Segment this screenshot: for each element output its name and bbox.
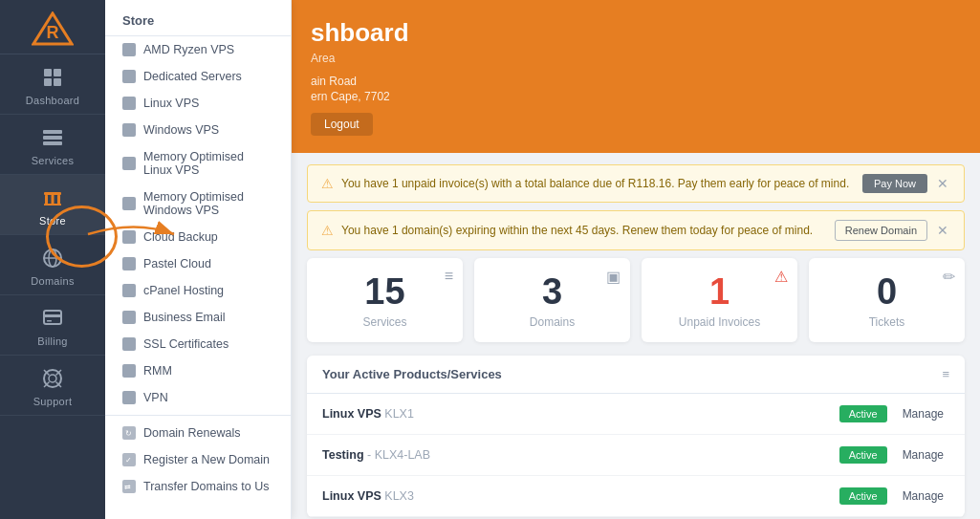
logo-area: R — [0, 0, 105, 54]
dropdown-item-amd-ryzen[interactable]: AMD Ryzen VPS — [105, 36, 291, 63]
table-row: Linux VPS KLX3 Active Manage — [307, 476, 965, 517]
svg-rect-37 — [124, 366, 134, 376]
svg-rect-9 — [44, 192, 61, 195]
dropdown-item-cloud-backup[interactable]: Cloud Backup — [105, 224, 291, 250]
sidebar-item-domains[interactable]: Domains — [0, 235, 105, 295]
dropdown-item-dedicated[interactable]: Dedicated Servers — [105, 63, 291, 90]
table-row: Testing - KLX4-LAB Active Manage — [307, 435, 965, 476]
dropdown-item-business-email[interactable]: Business Email — [105, 304, 291, 331]
store-icon — [39, 184, 66, 211]
svg-text:⇄: ⇄ — [124, 483, 131, 491]
dropdown-item-pastel[interactable]: Pastel Cloud — [105, 250, 291, 277]
store-dropdown: Store AMD Ryzen VPS Dedicated Servers Li… — [105, 0, 292, 519]
sidebar-item-store[interactable]: Store — [0, 175, 105, 235]
invoice-notification-text: You have 1 unpaid invoice(s) with a tota… — [341, 177, 849, 190]
services-count: 15 — [364, 273, 404, 310]
address-line2: ern Cape, 7702 — [311, 90, 961, 103]
close-invoice-notification[interactable]: ✕ — [935, 176, 950, 191]
sidebar-item-billing[interactable]: Billing — [0, 295, 105, 356]
domain-notification: ⚠ You have 1 domain(s) expiring within t… — [307, 210, 965, 250]
domains-stat-icon: ▣ — [606, 268, 621, 286]
support-icon — [39, 365, 66, 392]
manage-button-1[interactable]: Manage — [897, 404, 949, 423]
domains-label: Domains — [530, 315, 575, 329]
product-name-1: Linux VPS KLX1 — [322, 407, 830, 421]
dropdown-item-linux-vps[interactable]: Linux VPS — [105, 90, 291, 117]
svg-rect-33 — [124, 259, 134, 269]
domain-notif-left: ⚠ You have 1 domain(s) expiring within t… — [321, 223, 813, 238]
products-section: Your Active Products/Services ≡ Linux VP… — [307, 356, 965, 517]
svg-rect-31 — [124, 199, 134, 208]
dashboard-icon — [39, 64, 66, 91]
sidebar-item-label-billing: Billing — [37, 335, 67, 347]
domain-notification-text: You have 1 domain(s) expiring within the… — [341, 224, 813, 237]
cpanel-icon — [122, 284, 136, 297]
svg-rect-12 — [57, 195, 60, 205]
renew-domain-button[interactable]: Renew Domain — [835, 220, 927, 241]
transfer-icon: ⇄ — [122, 480, 136, 493]
stat-tickets: ✏ 0 Tickets — [809, 258, 965, 342]
rmm-icon — [122, 364, 136, 378]
status-badge-3: Active — [839, 487, 887, 505]
sidebar-nav: Dashboard Services — [0, 54, 105, 519]
svg-rect-6 — [43, 130, 62, 134]
sidebar-item-dashboard[interactable]: Dashboard — [0, 54, 105, 115]
svg-rect-19 — [47, 320, 52, 322]
svg-rect-26 — [124, 45, 134, 54]
dropdown-item-transfer-domain[interactable]: ⇄ Transfer Domains to Us — [105, 473, 291, 500]
invoices-stat-icon: ⚠ — [774, 268, 788, 286]
register-icon: ✓ — [122, 453, 136, 466]
sidebar-item-label-services: Services — [32, 155, 75, 166]
tickets-label: Tickets — [869, 315, 905, 329]
sidebar-item-label-store: Store — [39, 215, 66, 227]
products-header: Your Active Products/Services ≡ — [307, 356, 965, 394]
main-content: shboard Area ain Road ern Cape, 7702 Log… — [292, 0, 980, 519]
ssl-icon — [122, 337, 136, 351]
svg-rect-36 — [124, 339, 134, 349]
page-title: shboard — [311, 18, 961, 48]
svg-rect-5 — [54, 78, 61, 86]
dropdown-item-windows-vps[interactable]: Windows VPS — [105, 117, 291, 143]
svg-rect-30 — [124, 159, 134, 168]
dropdown-item-mem-linux[interactable]: Memory Optimised Linux VPS — [105, 143, 291, 184]
svg-rect-38 — [124, 393, 134, 402]
status-badge-2: Active — [839, 446, 887, 464]
dropdown-item-mem-windows[interactable]: Memory Optimised Windows VPS — [105, 184, 291, 224]
svg-rect-7 — [43, 136, 62, 140]
svg-rect-35 — [124, 313, 134, 322]
email-icon — [122, 311, 136, 324]
svg-rect-8 — [43, 141, 62, 145]
svg-rect-3 — [54, 69, 61, 76]
notification-left: ⚠ You have 1 unpaid invoice(s) with a to… — [321, 176, 849, 191]
svg-rect-34 — [124, 286, 134, 295]
svg-rect-32 — [124, 232, 134, 242]
header-card: shboard Area ain Road ern Cape, 7702 Log… — [292, 0, 980, 153]
dropdown-item-ssl[interactable]: SSL Certificates — [105, 331, 291, 357]
close-domain-notification[interactable]: ✕ — [935, 223, 950, 238]
domain-notif-right: Renew Domain ✕ — [835, 220, 950, 241]
manage-button-2[interactable]: Manage — [897, 445, 949, 465]
logout-button[interactable]: Logout — [311, 113, 373, 136]
dropdown-item-register-domain[interactable]: ✓ Register a New Domain — [105, 446, 291, 473]
svg-rect-28 — [124, 98, 134, 108]
manage-button-3[interactable]: Manage — [897, 487, 949, 506]
services-label: Services — [362, 315, 406, 329]
content-area: ⚠ You have 1 unpaid invoice(s) with a to… — [292, 153, 980, 519]
svg-text:R: R — [47, 23, 59, 42]
sidebar-item-support[interactable]: Support — [0, 356, 105, 416]
sidebar-item-services[interactable]: Services — [0, 115, 105, 175]
svg-rect-10 — [45, 195, 48, 205]
domains-count: 3 — [542, 273, 562, 310]
dropdown-item-domain-renewals[interactable]: ↻ Domain Renewals — [105, 420, 291, 446]
dropdown-item-cpanel[interactable]: cPanel Hosting — [105, 277, 291, 304]
svg-text:↻: ↻ — [125, 429, 132, 438]
dropdown-item-rmm[interactable]: RMM — [105, 357, 291, 384]
product-name-3: Linux VPS KLX3 — [322, 489, 830, 503]
pay-now-button[interactable]: Pay Now — [862, 174, 927, 193]
server-icon-2 — [122, 70, 136, 83]
sidebar-item-label-domains: Domains — [31, 275, 75, 287]
svg-rect-2 — [44, 69, 52, 76]
sidebar: R Dashboard — [0, 0, 105, 519]
services-icon — [39, 124, 66, 151]
dropdown-item-vpn[interactable]: VPN — [105, 384, 291, 411]
